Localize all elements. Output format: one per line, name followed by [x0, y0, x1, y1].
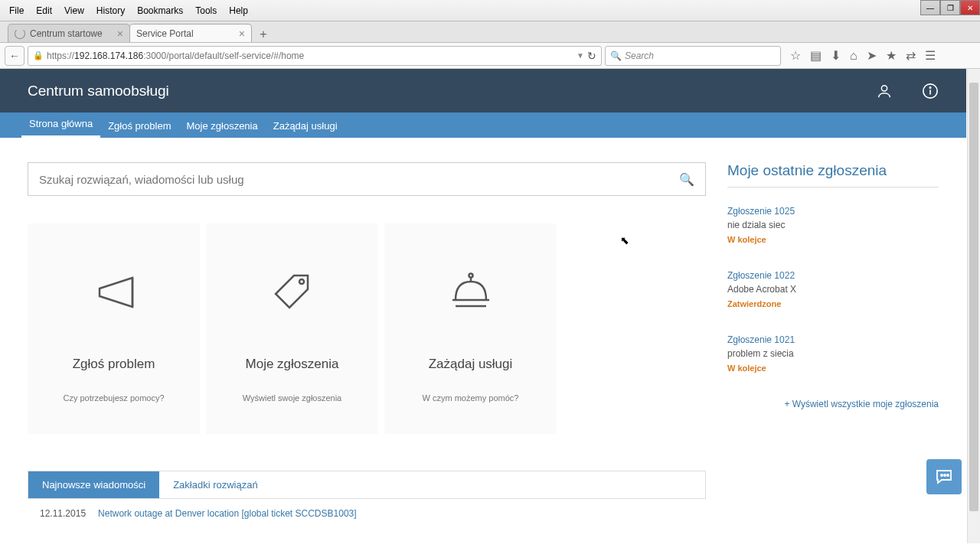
portal-search[interactable]: 🔍	[28, 162, 706, 196]
search-icon: 🔍	[610, 51, 622, 61]
ticket-item: Zgłoszenie 1021 problem z siecia W kolej…	[727, 334, 939, 373]
lock-icon: 🔒	[33, 51, 44, 60]
search-placeholder: Search	[625, 51, 654, 61]
menu-edit[interactable]: Edit	[30, 2, 58, 19]
menu-history[interactable]: History	[90, 2, 131, 19]
megaphone-icon	[87, 263, 142, 318]
card-my-requests[interactable]: Moje zgłoszenia Wyświetl swoje zgłoszeni…	[206, 223, 378, 434]
card-subtitle: Czy potrzebujesz pomocy?	[63, 393, 164, 403]
card-subtitle: Wyświetl swoje zgłoszenia	[243, 393, 342, 403]
news-date: 12.11.2015	[40, 508, 86, 519]
nav-my-requests[interactable]: Moje zgłoszenia	[179, 114, 266, 138]
card-title: Moje zgłoszenia	[246, 357, 339, 372]
nav-request-service[interactable]: Zażądaj usługi	[266, 114, 345, 138]
loading-icon	[15, 28, 25, 39]
nav-home[interactable]: Strona główna	[21, 112, 100, 138]
close-tab-icon[interactable]: ×	[117, 28, 123, 40]
browser-search[interactable]: 🔍 Search	[605, 46, 781, 66]
browser-toolbar: ← 🔒 https://192.168.174.186:3000/portal/…	[0, 43, 980, 69]
user-icon[interactable]	[876, 83, 893, 99]
tab-latest-news[interactable]: Najnowsze wiadomości	[28, 471, 159, 498]
ticket-link[interactable]: Zgłoszenie 1022	[727, 270, 939, 281]
news-row: 12.11.2015 Network outage at Denver loca…	[28, 499, 706, 528]
ticket-description: nie dziala siec	[727, 220, 939, 230]
menu-bookmarks[interactable]: Bookmarks	[131, 2, 189, 19]
url-bar[interactable]: 🔒 https://192.168.174.186:3000/portal/de…	[28, 46, 602, 66]
close-tab-icon[interactable]: ×	[239, 28, 245, 40]
menu-view[interactable]: View	[58, 2, 90, 19]
ticket-link[interactable]: Zgłoszenie 1021	[727, 334, 939, 345]
app-topbar: Centrum samoobsługi	[0, 69, 966, 112]
page-content: Centrum samoobsługi Strona główna Zgłoś …	[0, 69, 966, 545]
send-icon[interactable]: ➤	[867, 48, 877, 63]
reload-icon[interactable]: ↻	[587, 50, 596, 62]
ticket-description: problem z siecia	[727, 348, 939, 359]
menu-icon[interactable]: ☰	[925, 48, 936, 63]
svg-point-12	[947, 474, 949, 476]
addon-arrow-icon[interactable]: ⇄	[906, 48, 916, 63]
url-text: https://192.168.174.186:3000/portal/defa…	[47, 51, 577, 61]
card-title: Zgłoś problem	[73, 357, 155, 372]
bottom-tabs: Najnowsze wiadomości Zakładki rozwiązań	[28, 471, 706, 499]
browser-menubar: File Edit View History Bookmarks Tools H…	[0, 0, 980, 21]
view-all-link[interactable]: + Wyświetl wszystkie moje zgłoszenia	[727, 399, 939, 409]
ticket-item: Zgłoszenie 1022 Adobe Acrobat X Zatwierd…	[727, 270, 939, 308]
url-dropdown-icon[interactable]: ▼	[577, 51, 584, 60]
menu-file[interactable]: File	[3, 2, 30, 19]
svg-point-5	[299, 279, 304, 284]
ticket-status: W kolejce	[727, 235, 939, 244]
news-link[interactable]: Network outage at Denver location [globa…	[98, 508, 357, 519]
menu-help[interactable]: Help	[223, 2, 254, 19]
svg-point-9	[469, 274, 472, 278]
minimize-button[interactable]: —	[920, 0, 940, 15]
card-report-problem[interactable]: Zgłoś problem Czy potrzebujesz pomocy?	[28, 223, 200, 434]
app-navbar: Strona główna Zgłoś problem Moje zgłosze…	[0, 112, 966, 138]
search-icon[interactable]: 🔍	[679, 172, 694, 187]
svg-point-10	[941, 474, 942, 476]
home-icon[interactable]: ⌂	[850, 49, 858, 63]
card-title: Zażądaj usługi	[429, 357, 513, 372]
tab-solution-bookmarks[interactable]: Zakładki rozwiązań	[159, 471, 272, 498]
close-window-button[interactable]: ✕	[960, 0, 980, 15]
menu-tools[interactable]: Tools	[189, 2, 223, 19]
info-icon[interactable]	[922, 83, 939, 99]
new-tab-button[interactable]: +	[254, 27, 273, 42]
svg-point-0	[881, 85, 887, 90]
tag-icon	[265, 263, 320, 318]
card-subtitle: W czym możemy pomóc?	[423, 393, 519, 403]
browser-tabbar: Centrum startowe × Service Portal × +	[0, 21, 980, 43]
svg-point-3	[929, 86, 930, 87]
ticket-item: Zgłoszenie 1025 nie dziala siec W kolejc…	[727, 206, 939, 244]
chat-button[interactable]	[926, 459, 962, 494]
maximize-button[interactable]: ❐	[940, 0, 960, 15]
ticket-description: Adobe Acrobat X	[727, 284, 939, 295]
ticket-status: Zatwierdzone	[727, 299, 939, 308]
downloads-icon[interactable]: ⬇	[831, 48, 841, 63]
sidebar-title: Moje ostatnie zgłoszenia	[727, 162, 939, 187]
scrollbar-thumb[interactable]	[969, 83, 978, 511]
tab-title: Service Portal	[136, 28, 194, 39]
svg-point-11	[944, 474, 946, 476]
reading-list-icon[interactable]: ▤	[810, 48, 822, 63]
back-button[interactable]: ←	[5, 46, 24, 66]
search-input[interactable]	[39, 173, 679, 186]
browser-tab-2[interactable]: Service Portal ×	[129, 24, 252, 42]
nav-report-problem[interactable]: Zgłoś problem	[100, 114, 178, 138]
bell-icon	[443, 263, 498, 318]
card-request-service[interactable]: Zażądaj usługi W czym możemy pomóc?	[384, 223, 557, 434]
scrollbar[interactable]	[967, 69, 980, 543]
ticket-link[interactable]: Zgłoszenie 1025	[727, 206, 939, 217]
addon-star-icon[interactable]: ★	[886, 48, 897, 63]
browser-tab-1[interactable]: Centrum startowe ×	[8, 24, 130, 42]
ticket-status: W kolejce	[727, 364, 939, 373]
bookmark-star-icon[interactable]: ☆	[790, 48, 801, 63]
tab-title: Centrum startowe	[30, 28, 103, 39]
page-title: Centrum samoobsługi	[28, 83, 169, 99]
